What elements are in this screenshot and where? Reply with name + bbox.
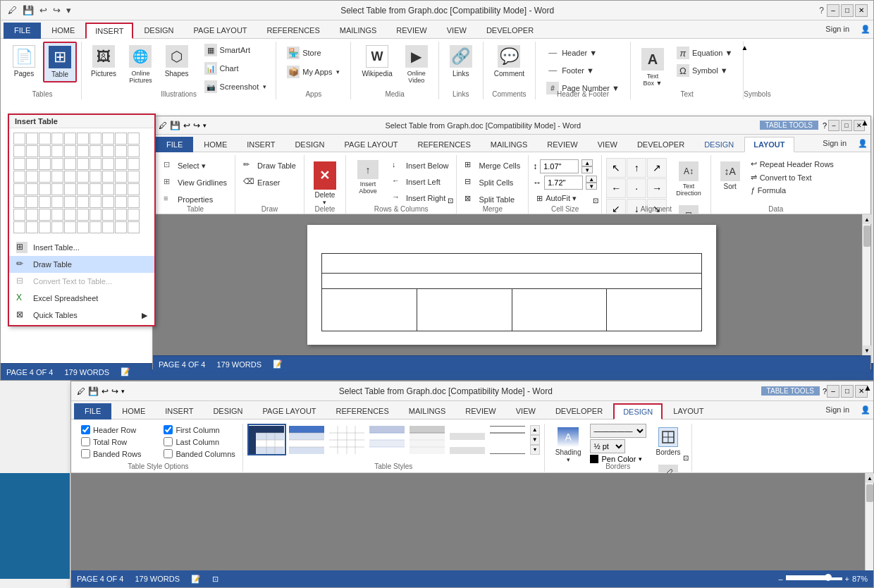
align-top-left-btn[interactable]: ↖ bbox=[606, 158, 626, 178]
grid-cell[interactable] bbox=[77, 221, 89, 233]
formula-btn[interactable]: ƒ Formula bbox=[748, 185, 837, 196]
grid-cell[interactable] bbox=[13, 183, 25, 195]
design-tab-view[interactable]: VIEW bbox=[507, 403, 545, 419]
grid-cell[interactable] bbox=[13, 171, 25, 183]
scroll-up-btn[interactable]: ▲ bbox=[863, 214, 871, 224]
align-top-center-btn[interactable]: ↑ bbox=[627, 158, 646, 178]
grid-cell[interactable] bbox=[64, 133, 76, 145]
rows-cols-dialog-launcher[interactable]: ⊡ bbox=[448, 197, 453, 204]
design-tab-table-layout[interactable]: LAYOUT bbox=[664, 403, 713, 419]
inner-tab-view[interactable]: VIEW bbox=[589, 137, 627, 152]
grid-cell[interactable] bbox=[51, 158, 63, 170]
grid-cell[interactable] bbox=[26, 196, 38, 208]
align-middle-center-btn[interactable]: · bbox=[627, 178, 646, 198]
grid-cell[interactable] bbox=[39, 196, 51, 208]
grid-cell[interactable] bbox=[13, 196, 25, 208]
grid-cell[interactable] bbox=[128, 145, 140, 157]
gallery-more-btn[interactable]: ▾ bbox=[530, 445, 540, 455]
gallery-down-btn[interactable]: ▼ bbox=[530, 435, 540, 445]
grid-cell[interactable] bbox=[128, 133, 140, 145]
grid-cell[interactable] bbox=[90, 209, 101, 221]
design-tab-page-layout[interactable]: PAGE LAYOUT bbox=[254, 403, 326, 419]
chart-btn[interactable]: 📊 Chart bbox=[199, 60, 272, 77]
customize-btn[interactable]: ▾ bbox=[65, 5, 73, 16]
tab-review[interactable]: REVIEW bbox=[387, 23, 436, 39]
inner-save-btn[interactable]: 💾 bbox=[170, 121, 180, 130]
symbol-btn[interactable]: Ω Symbol ▼ bbox=[672, 62, 737, 79]
grid-cell[interactable] bbox=[128, 171, 140, 183]
height-up-btn[interactable]: ▲ bbox=[581, 159, 593, 166]
grid-cell[interactable] bbox=[26, 145, 38, 157]
text-direction-btn[interactable]: A↕ TextDirection bbox=[671, 158, 706, 200]
grid-cell[interactable] bbox=[64, 171, 76, 183]
borders-btn[interactable]: Borders bbox=[651, 424, 685, 460]
banded-columns-checkbox[interactable]: Banded Columns bbox=[164, 449, 235, 458]
height-input[interactable] bbox=[540, 159, 579, 173]
insert-table-item[interactable]: ⊞ Insert Table... bbox=[9, 239, 154, 256]
grid-cell[interactable] bbox=[26, 183, 38, 195]
pages-btn[interactable]: 📄 Pages bbox=[8, 42, 40, 81]
grid-cell[interactable] bbox=[77, 158, 89, 170]
insert-below-btn[interactable]: ↓ Insert Below bbox=[388, 158, 453, 173]
grid-cell[interactable] bbox=[102, 171, 114, 183]
grid-cell[interactable] bbox=[102, 196, 114, 208]
minimize-btn[interactable]: – bbox=[827, 4, 839, 17]
text-box-btn[interactable]: A TextBox ▼ bbox=[636, 44, 669, 90]
grid-cell[interactable] bbox=[90, 171, 101, 183]
design-undo-btn[interactable]: ↩ bbox=[101, 386, 109, 396]
table-style-6[interactable] bbox=[448, 424, 487, 455]
footer-btn[interactable]: — Footer ▼ bbox=[541, 62, 624, 79]
align-middle-right-btn[interactable]: → bbox=[647, 178, 667, 198]
grid-cell[interactable] bbox=[51, 221, 63, 233]
grid-cell[interactable] bbox=[51, 171, 63, 183]
tab-page-layout[interactable]: PAGE LAYOUT bbox=[185, 23, 257, 39]
smartart-btn[interactable]: ▦ SmartArt bbox=[199, 42, 272, 59]
table-style-2[interactable] bbox=[288, 424, 326, 455]
grid-cell[interactable] bbox=[102, 133, 114, 145]
select-btn[interactable]: ⊡ Select ▾ bbox=[160, 158, 230, 173]
design-tab-insert[interactable]: INSERT bbox=[156, 403, 202, 419]
grid-cell[interactable] bbox=[77, 209, 89, 221]
sign-in-top[interactable]: Sign in bbox=[817, 22, 858, 38]
grid-cell[interactable] bbox=[90, 158, 101, 170]
design-tab-references[interactable]: REFERENCES bbox=[327, 403, 398, 419]
eraser-btn[interactable]: ⌫ Eraser bbox=[240, 175, 300, 190]
inner-tab-table-design[interactable]: DESIGN bbox=[695, 137, 743, 152]
grid-cell[interactable] bbox=[39, 209, 51, 221]
gallery-up-btn[interactable]: ▲ bbox=[530, 425, 540, 435]
align-middle-left-btn[interactable]: ← bbox=[606, 178, 626, 198]
links-btn[interactable]: 🔗 Links bbox=[445, 42, 477, 81]
inner-tab-table-layout[interactable]: LAYOUT bbox=[744, 137, 794, 152]
grid-cell[interactable] bbox=[128, 209, 140, 221]
inner-redo-btn[interactable]: ↪ bbox=[193, 121, 200, 130]
grid-cell[interactable] bbox=[77, 145, 89, 157]
grid-cell[interactable] bbox=[13, 158, 25, 170]
inner-minimize-btn[interactable]: – bbox=[828, 120, 839, 131]
table-style-7[interactable] bbox=[488, 424, 527, 455]
grid-cell[interactable] bbox=[128, 158, 140, 170]
my-apps-btn[interactable]: 📦 My Apps ▾ bbox=[282, 63, 345, 80]
banded-rows-checkbox[interactable]: Banded Rows bbox=[81, 449, 152, 458]
grid-cell[interactable] bbox=[39, 183, 51, 195]
quick-tables-item[interactable]: ⊠ Quick Tables ▶ bbox=[9, 307, 154, 324]
inner-help-btn[interactable]: ? bbox=[823, 121, 827, 130]
grid-cell[interactable] bbox=[115, 183, 127, 195]
zoom-in-btn[interactable]: + bbox=[845, 575, 849, 583]
grid-cell[interactable] bbox=[77, 183, 89, 195]
convert-to-text-btn[interactable]: ⇌ Convert to Text bbox=[748, 171, 837, 183]
inner-restore-btn[interactable]: □ bbox=[841, 120, 852, 131]
grid-cell[interactable] bbox=[77, 133, 89, 145]
header-row-checkbox[interactable]: Header Row bbox=[81, 425, 152, 434]
grid-cell[interactable] bbox=[64, 183, 76, 195]
insert-above-btn[interactable]: ↑ InsertAbove bbox=[350, 158, 386, 197]
header-row-input[interactable] bbox=[81, 425, 90, 434]
grid-cell[interactable] bbox=[26, 158, 38, 170]
delete-btn[interactable]: ✕ Delete ▾ bbox=[309, 158, 341, 209]
grid-cell[interactable] bbox=[39, 145, 51, 157]
last-column-checkbox[interactable]: Last Column bbox=[164, 437, 235, 446]
scroll-down-btn[interactable]: ▼ bbox=[863, 345, 871, 355]
first-column-input[interactable] bbox=[164, 425, 173, 434]
grid-cell[interactable] bbox=[64, 158, 76, 170]
save-btn[interactable]: 💾 bbox=[21, 5, 35, 16]
inner-tab-home[interactable]: HOME bbox=[195, 137, 236, 152]
